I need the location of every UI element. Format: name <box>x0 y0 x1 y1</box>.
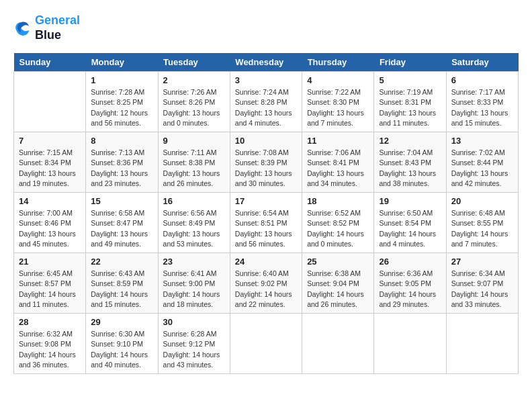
calendar-cell: 16Sunrise: 6:56 AMSunset: 8:49 PMDayligh… <box>158 193 230 253</box>
day-info: Sunrise: 6:52 AMSunset: 8:52 PMDaylight:… <box>307 208 369 249</box>
day-info: Sunrise: 6:28 AMSunset: 9:12 PMDaylight:… <box>163 329 225 370</box>
calendar-cell: 11Sunrise: 7:06 AMSunset: 8:41 PMDayligh… <box>302 132 374 193</box>
day-number: 13 <box>451 136 513 146</box>
day-header-thursday: Thursday <box>302 53 374 72</box>
day-info: Sunrise: 6:48 AMSunset: 8:55 PMDaylight:… <box>451 208 513 249</box>
header-row: SundayMondayTuesdayWednesdayThursdayFrid… <box>14 53 519 72</box>
calendar-cell: 24Sunrise: 6:40 AMSunset: 9:02 PMDayligh… <box>230 253 302 314</box>
day-number: 15 <box>91 196 152 206</box>
day-info: Sunrise: 6:40 AMSunset: 9:02 PMDaylight:… <box>235 269 297 310</box>
day-info: Sunrise: 6:50 AMSunset: 8:54 PMDaylight:… <box>379 208 441 249</box>
day-info: Sunrise: 7:11 AMSunset: 8:38 PMDaylight:… <box>163 148 225 189</box>
logo: General Blue <box>13 13 80 42</box>
calendar-cell: 27Sunrise: 6:34 AMSunset: 9:07 PMDayligh… <box>446 253 518 314</box>
logo-general: General <box>35 13 80 27</box>
day-number: 12 <box>379 136 441 146</box>
week-row-3: 14Sunrise: 7:00 AMSunset: 8:46 PMDayligh… <box>14 193 519 253</box>
calendar-cell: 19Sunrise: 6:50 AMSunset: 8:54 PMDayligh… <box>374 193 446 253</box>
day-number: 5 <box>379 75 441 85</box>
calendar-cell: 25Sunrise: 6:38 AMSunset: 9:04 PMDayligh… <box>302 253 374 314</box>
calendar-cell <box>374 314 446 374</box>
day-number: 6 <box>451 75 513 85</box>
day-number: 14 <box>19 196 81 206</box>
day-number: 9 <box>163 136 225 146</box>
calendar-cell: 20Sunrise: 6:48 AMSunset: 8:55 PMDayligh… <box>446 193 518 253</box>
calendar-cell <box>230 314 302 374</box>
page-header: General Blue <box>13 13 519 42</box>
day-info: Sunrise: 7:19 AMSunset: 8:31 PMDaylight:… <box>379 87 441 128</box>
calendar-cell: 29Sunrise: 6:30 AMSunset: 9:10 PMDayligh… <box>86 314 158 374</box>
day-number: 4 <box>307 75 369 85</box>
calendar-cell: 28Sunrise: 6:32 AMSunset: 9:08 PMDayligh… <box>14 314 86 374</box>
calendar-cell: 13Sunrise: 7:02 AMSunset: 8:44 PMDayligh… <box>446 132 518 193</box>
day-header-monday: Monday <box>86 53 158 72</box>
day-info: Sunrise: 6:41 AMSunset: 9:00 PMDaylight:… <box>163 269 225 310</box>
day-info: Sunrise: 7:06 AMSunset: 8:41 PMDaylight:… <box>307 148 369 189</box>
day-number: 26 <box>379 257 441 267</box>
day-info: Sunrise: 7:26 AMSunset: 8:26 PMDaylight:… <box>163 87 225 128</box>
day-info: Sunrise: 7:15 AMSunset: 8:34 PMDaylight:… <box>19 148 81 189</box>
calendar-cell: 10Sunrise: 7:08 AMSunset: 8:39 PMDayligh… <box>230 132 302 193</box>
day-info: Sunrise: 7:24 AMSunset: 8:28 PMDaylight:… <box>235 87 297 128</box>
calendar-cell: 14Sunrise: 7:00 AMSunset: 8:46 PMDayligh… <box>14 193 86 253</box>
calendar-cell: 12Sunrise: 7:04 AMSunset: 8:43 PMDayligh… <box>374 132 446 193</box>
day-number: 1 <box>91 75 152 85</box>
logo-icon <box>13 19 32 38</box>
calendar-cell <box>302 314 374 374</box>
week-row-2: 7Sunrise: 7:15 AMSunset: 8:34 PMDaylight… <box>14 132 519 193</box>
day-info: Sunrise: 7:17 AMSunset: 8:33 PMDaylight:… <box>451 87 513 128</box>
calendar-cell: 30Sunrise: 6:28 AMSunset: 9:12 PMDayligh… <box>158 314 230 374</box>
calendar-cell: 5Sunrise: 7:19 AMSunset: 8:31 PMDaylight… <box>374 72 446 132</box>
day-info: Sunrise: 6:54 AMSunset: 8:51 PMDaylight:… <box>235 208 297 249</box>
calendar-cell: 17Sunrise: 6:54 AMSunset: 8:51 PMDayligh… <box>230 193 302 253</box>
day-info: Sunrise: 6:56 AMSunset: 8:49 PMDaylight:… <box>163 208 225 249</box>
calendar-cell: 26Sunrise: 6:36 AMSunset: 9:05 PMDayligh… <box>374 253 446 314</box>
day-info: Sunrise: 6:43 AMSunset: 8:59 PMDaylight:… <box>91 269 152 310</box>
day-number: 10 <box>235 136 297 146</box>
calendar-cell: 18Sunrise: 6:52 AMSunset: 8:52 PMDayligh… <box>302 193 374 253</box>
calendar-cell: 15Sunrise: 6:58 AMSunset: 8:47 PMDayligh… <box>86 193 158 253</box>
day-info: Sunrise: 7:13 AMSunset: 8:36 PMDaylight:… <box>91 148 152 189</box>
calendar-cell <box>446 314 518 374</box>
day-number: 11 <box>307 136 369 146</box>
day-header-friday: Friday <box>374 53 446 72</box>
logo-blue: Blue <box>35 28 80 43</box>
day-number: 8 <box>91 136 152 146</box>
day-info: Sunrise: 7:02 AMSunset: 8:44 PMDaylight:… <box>451 148 513 189</box>
week-row-5: 28Sunrise: 6:32 AMSunset: 9:08 PMDayligh… <box>14 314 519 374</box>
day-number: 3 <box>235 75 297 85</box>
day-info: Sunrise: 6:30 AMSunset: 9:10 PMDaylight:… <box>91 329 152 370</box>
day-number: 21 <box>19 257 81 267</box>
day-header-tuesday: Tuesday <box>158 53 230 72</box>
day-number: 22 <box>91 257 152 267</box>
calendar-cell: 9Sunrise: 7:11 AMSunset: 8:38 PMDaylight… <box>158 132 230 193</box>
week-row-1: 1Sunrise: 7:28 AMSunset: 8:25 PMDaylight… <box>14 72 519 132</box>
day-number: 16 <box>163 196 225 206</box>
day-number: 30 <box>163 317 225 327</box>
day-header-saturday: Saturday <box>446 53 518 72</box>
day-info: Sunrise: 6:36 AMSunset: 9:05 PMDaylight:… <box>379 269 441 310</box>
calendar-cell: 8Sunrise: 7:13 AMSunset: 8:36 PMDaylight… <box>86 132 158 193</box>
day-number: 19 <box>379 196 441 206</box>
day-info: Sunrise: 7:28 AMSunset: 8:25 PMDaylight:… <box>91 87 152 128</box>
calendar-cell: 2Sunrise: 7:26 AMSunset: 8:26 PMDaylight… <box>158 72 230 132</box>
day-number: 17 <box>235 196 297 206</box>
calendar-cell: 4Sunrise: 7:22 AMSunset: 8:30 PMDaylight… <box>302 72 374 132</box>
calendar-table: SundayMondayTuesdayWednesdayThursdayFrid… <box>13 53 519 374</box>
day-header-sunday: Sunday <box>14 53 86 72</box>
calendar-cell: 23Sunrise: 6:41 AMSunset: 9:00 PMDayligh… <box>158 253 230 314</box>
week-row-4: 21Sunrise: 6:45 AMSunset: 8:57 PMDayligh… <box>14 253 519 314</box>
logo-text: General Blue <box>35 13 80 42</box>
day-info: Sunrise: 6:45 AMSunset: 8:57 PMDaylight:… <box>19 269 81 310</box>
day-info: Sunrise: 7:00 AMSunset: 8:46 PMDaylight:… <box>19 208 81 249</box>
calendar-cell: 3Sunrise: 7:24 AMSunset: 8:28 PMDaylight… <box>230 72 302 132</box>
day-number: 20 <box>451 196 513 206</box>
day-info: Sunrise: 6:34 AMSunset: 9:07 PMDaylight:… <box>451 269 513 310</box>
day-number: 29 <box>91 317 152 327</box>
day-number: 28 <box>19 317 81 327</box>
calendar-cell: 7Sunrise: 7:15 AMSunset: 8:34 PMDaylight… <box>14 132 86 193</box>
day-info: Sunrise: 6:38 AMSunset: 9:04 PMDaylight:… <box>307 269 369 310</box>
calendar-cell <box>14 72 86 132</box>
day-info: Sunrise: 7:04 AMSunset: 8:43 PMDaylight:… <box>379 148 441 189</box>
calendar-cell: 22Sunrise: 6:43 AMSunset: 8:59 PMDayligh… <box>86 253 158 314</box>
